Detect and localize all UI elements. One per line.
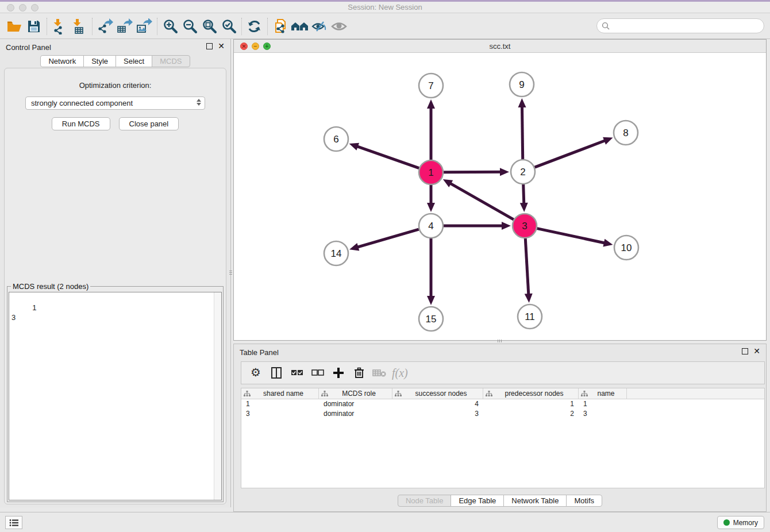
- graph-node-15[interactable]: 15: [419, 307, 443, 331]
- zoom-fit-icon[interactable]: [199, 17, 219, 36]
- show-columns-icon[interactable]: [268, 364, 285, 381]
- tab-style[interactable]: Style: [83, 55, 116, 67]
- table-cell[interactable]: dominator: [319, 409, 392, 419]
- graph-node-9[interactable]: 9: [510, 72, 534, 97]
- table-settings-icon[interactable]: ⚙: [247, 364, 264, 381]
- control-panel-float-icon[interactable]: [206, 43, 213, 49]
- tab-network[interactable]: Network: [40, 55, 84, 67]
- export-table-icon[interactable]: [115, 17, 134, 36]
- column-header-predecessor-nodes[interactable]: predecessor nodes: [483, 388, 579, 399]
- select-all-icon[interactable]: [288, 364, 306, 381]
- graph-node-2[interactable]: 2: [511, 160, 535, 184]
- run-mcds-button[interactable]: Run MCDS: [52, 117, 110, 130]
- export-network-icon[interactable]: [95, 17, 115, 36]
- graph-node-11[interactable]: 11: [518, 304, 542, 329]
- graph-edge-2-9[interactable]: [518, 98, 526, 159]
- table-panel-title: Table Panel: [240, 348, 279, 357]
- graph-node-14[interactable]: 14: [324, 241, 348, 265]
- graph-node-6[interactable]: 6: [324, 127, 348, 151]
- graph-edge-3-11[interactable]: [525, 238, 533, 303]
- graph-edge-1-7[interactable]: [427, 99, 435, 160]
- table-header-row: shared nameMCDS rolesuccessor nodesprede…: [241, 388, 764, 399]
- graph-edge-4-3[interactable]: [444, 222, 511, 230]
- horizontal-splitter-handle[interactable]: [493, 340, 506, 342]
- delete-rows-icon[interactable]: [351, 364, 368, 381]
- toolbar-separator: [92, 18, 93, 35]
- column-header-MCDS-role[interactable]: MCDS role: [319, 388, 392, 399]
- zoom-out-icon[interactable]: [180, 17, 199, 36]
- graph-edge-4-15[interactable]: [427, 238, 435, 305]
- table-cell[interactable]: 1: [579, 399, 627, 409]
- save-session-icon[interactable]: [24, 17, 44, 36]
- zoom-in-icon[interactable]: [160, 17, 180, 36]
- tab-mcds[interactable]: MCDS: [152, 55, 190, 67]
- svg-text:4: 4: [428, 221, 433, 232]
- tab-select[interactable]: Select: [116, 55, 152, 67]
- show-hidden-icon[interactable]: [329, 17, 349, 36]
- add-row-icon[interactable]: [330, 364, 347, 381]
- table-panel-float-icon[interactable]: [742, 348, 748, 354]
- control-panel-close-icon[interactable]: ✕: [218, 43, 225, 49]
- graph-edge-3-10[interactable]: [537, 229, 613, 247]
- table-cell[interactable]: 1: [483, 399, 579, 409]
- graph-node-3[interactable]: 3: [513, 214, 537, 238]
- close-panel-button[interactable]: Close panel: [119, 117, 179, 130]
- search-input[interactable]: [613, 21, 759, 31]
- svg-text:2: 2: [520, 167, 525, 178]
- table-panel-close-icon[interactable]: ✕: [753, 348, 760, 354]
- home-view-icon[interactable]: [290, 17, 310, 36]
- delete-columns-icon[interactable]: [371, 364, 388, 381]
- graph-node-7[interactable]: 7: [419, 74, 443, 98]
- graph-edge-1-4[interactable]: [427, 185, 435, 212]
- mcds-result-group: MCDS result (2 nodes) 1 3: [7, 282, 224, 502]
- zoom-selected-icon[interactable]: [219, 17, 238, 36]
- table-cell[interactable]: 3: [241, 409, 319, 419]
- export-image-icon[interactable]: [134, 17, 154, 36]
- chevron-updown-icon: [197, 99, 201, 106]
- column-header-name[interactable]: name: [579, 388, 627, 399]
- graph-node-1[interactable]: 1: [419, 160, 443, 184]
- control-panel-tabs: NetworkStyleSelectMCDS: [0, 55, 230, 67]
- table-row[interactable]: 3dominator323: [241, 409, 764, 419]
- graph-edge-1-6[interactable]: [349, 143, 419, 168]
- graph-edge-2-3[interactable]: [520, 184, 528, 212]
- task-history-button[interactable]: [5, 516, 22, 529]
- hide-selected-icon[interactable]: [310, 17, 329, 36]
- refresh-view-icon[interactable]: [245, 17, 264, 36]
- result-scrollbar[interactable]: [214, 292, 221, 500]
- vertical-splitter-handle[interactable]: [229, 266, 232, 279]
- criterion-select[interactable]: strongly connected component: [25, 97, 205, 110]
- tab-network-table[interactable]: Network Table: [503, 495, 567, 507]
- column-header-shared-name[interactable]: shared name: [241, 388, 319, 399]
- table-row[interactable]: 1dominator411: [241, 399, 764, 409]
- table-cell[interactable]: 3: [392, 409, 483, 419]
- mcds-result-values: 1 3: [11, 303, 36, 322]
- graph-edge-1-2[interactable]: [444, 168, 509, 176]
- graph-node-10[interactable]: 10: [614, 236, 638, 260]
- criterion-select-value: strongly connected component: [31, 99, 133, 107]
- graph-edge-3-1[interactable]: [443, 179, 514, 219]
- table-cell[interactable]: 3: [579, 409, 627, 419]
- graph-node-4[interactable]: 4: [419, 214, 443, 238]
- unselect-all-icon[interactable]: [309, 364, 326, 381]
- import-network-icon[interactable]: [50, 17, 70, 36]
- graph-node-8[interactable]: 8: [614, 121, 638, 145]
- tab-motifs[interactable]: Motifs: [566, 495, 602, 507]
- optimization-criterion-label: Optimization criterion:: [5, 81, 226, 90]
- table-cell[interactable]: dominator: [319, 399, 392, 409]
- table-cell[interactable]: 2: [483, 409, 579, 419]
- function-builder-icon[interactable]: f(x): [392, 367, 408, 380]
- mcds-result-list[interactable]: 1 3: [9, 292, 222, 500]
- table-cell[interactable]: 1: [241, 399, 319, 409]
- column-header-successor-nodes[interactable]: successor nodes: [392, 388, 483, 399]
- table-cell[interactable]: 4: [392, 399, 483, 409]
- open-file-icon[interactable]: [5, 17, 24, 36]
- session-title: Session: New Session: [0, 3, 770, 11]
- memory-button[interactable]: Memory: [717, 516, 764, 529]
- graph-edge-2-8[interactable]: [535, 137, 613, 168]
- import-table-icon[interactable]: [70, 17, 89, 36]
- graph-edge-4-14[interactable]: [349, 229, 419, 250]
- copy-network-icon[interactable]: [271, 17, 290, 36]
- tab-node-table[interactable]: Node Table: [398, 495, 452, 507]
- tab-edge-table[interactable]: Edge Table: [451, 495, 504, 507]
